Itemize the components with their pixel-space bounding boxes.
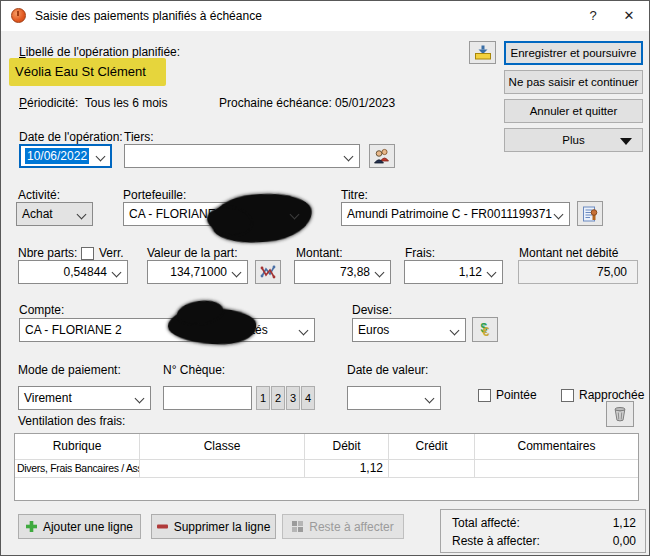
- verr-label[interactable]: Verr.: [99, 246, 124, 260]
- valeur-part-combobox[interactable]: 134,71000: [147, 260, 248, 284]
- mode-paiement-combobox[interactable]: Virement: [18, 386, 151, 410]
- portefeuille-label: Portefeuille:: [123, 188, 186, 202]
- table-cell-debit[interactable]: 1,12: [305, 460, 389, 477]
- table-row[interactable]: Divers, Frais Bancaires / Ass 1,12: [15, 460, 638, 478]
- mode-paiement-value: Virement: [24, 391, 72, 405]
- reste-affecter-label: Reste à affecter:: [452, 534, 540, 548]
- activite-value: Achat: [22, 207, 53, 221]
- periodicite-value: Tous les 6 mois: [85, 96, 168, 110]
- chevron-down-icon[interactable]: [344, 152, 354, 162]
- add-line-button[interactable]: Ajouter une ligne: [18, 514, 141, 539]
- devise-value: Euros: [358, 323, 389, 337]
- certificate-icon: [582, 206, 598, 222]
- remove-line-label: Supprimer la ligne: [174, 520, 271, 534]
- compte-value-left: CA - FLORIANE 2: [25, 323, 122, 337]
- table-header-cell[interactable]: Crédit: [389, 434, 475, 459]
- table-cell-credit[interactable]: [389, 460, 475, 477]
- chevron-down-icon[interactable]: [375, 268, 385, 278]
- price-history-button[interactable]: [255, 260, 281, 284]
- delete-ventilation-button[interactable]: [606, 401, 634, 427]
- frais-label: Frais:: [405, 246, 435, 260]
- chevron-down-icon[interactable]: [554, 210, 564, 220]
- table-header-cell[interactable]: Classe: [140, 434, 305, 459]
- echeance-label: Prochaine échéance: 05/01/2023: [219, 96, 395, 110]
- titre-label: Titre:: [341, 188, 368, 202]
- chevron-down-icon[interactable]: [112, 268, 122, 278]
- date-operation-combobox[interactable]: 10/06/2022: [19, 144, 112, 168]
- frais-value: 1,12: [459, 265, 482, 279]
- chevron-down-icon[interactable]: [487, 268, 497, 278]
- devise-combobox[interactable]: Euros: [352, 318, 466, 342]
- chevron-down-icon[interactable]: [450, 326, 460, 336]
- rapprochee-label[interactable]: Rapprochée: [579, 388, 644, 402]
- activite-combobox[interactable]: Achat: [16, 202, 93, 226]
- nbre-parts-combobox[interactable]: 0,54844: [18, 260, 128, 284]
- rapprochee-checkbox[interactable]: [561, 389, 574, 402]
- tiers-label: Tiers:: [124, 130, 154, 144]
- chevron-down-icon[interactable]: [425, 394, 435, 404]
- titre-combobox[interactable]: Amundi Patrimoine C - FR0011199371: [341, 202, 570, 226]
- help-button[interactable]: ?: [575, 1, 611, 31]
- montant-net-label: Montant net débité: [519, 246, 618, 260]
- minus-icon: [157, 524, 168, 529]
- chevron-down-icon[interactable]: [96, 152, 106, 162]
- app-clock-icon: [11, 8, 26, 23]
- cheque-digit-button-4[interactable]: 4: [301, 386, 315, 410]
- date-valeur-combobox[interactable]: [347, 386, 441, 410]
- devise-label: Devise:: [352, 303, 392, 317]
- pointee-checkbox[interactable]: [478, 389, 491, 402]
- compte-label: Compte:: [19, 303, 64, 317]
- add-line-label: Ajouter une ligne: [43, 520, 133, 534]
- totals-box: Total affecté: 1,12 Reste à affecter: 0,…: [440, 509, 646, 553]
- echeance-value: 05/01/2023: [335, 96, 395, 110]
- table-cell-commentaires[interactable]: [475, 460, 638, 477]
- rest-affecter-button-label: Reste à affecter: [309, 520, 394, 534]
- cheque-label: N° Chèque:: [163, 363, 225, 377]
- date-operation-value: 10/06/2022: [25, 148, 89, 164]
- save-continue-button[interactable]: Enregistrer et poursuivre: [504, 41, 643, 65]
- table-cell-classe[interactable]: [140, 460, 305, 477]
- cheque-digit-button-1[interactable]: 1: [256, 386, 270, 410]
- currency-icon: $€: [481, 321, 490, 339]
- titre-value: Amundi Patrimoine C - FR0011199371: [347, 207, 552, 221]
- chevron-down-icon[interactable]: [77, 210, 87, 220]
- titre-info-button[interactable]: [577, 201, 603, 226]
- frais-combobox[interactable]: 1,12: [404, 260, 503, 284]
- valeur-part-value: 134,71000: [170, 265, 227, 279]
- libelle-highlight: Véolia Eau St Clément: [9, 58, 166, 86]
- tiers-lookup-button[interactable]: [369, 144, 395, 168]
- compte-combobox[interactable]: CA - FLORIANE 2 - Liquidités: [19, 318, 315, 342]
- close-button[interactable]: ✕: [611, 1, 647, 31]
- verr-checkbox[interactable]: [81, 247, 94, 260]
- trash-icon: [612, 406, 628, 422]
- currency-button[interactable]: $€: [472, 317, 498, 342]
- chevron-down-icon[interactable]: [135, 394, 145, 404]
- table-header-row: Rubrique Classe Débit Crédit Commentaire…: [15, 434, 638, 460]
- table-cell-rubrique[interactable]: Divers, Frais Bancaires / Ass: [15, 460, 140, 477]
- remove-line-button[interactable]: Supprimer la ligne: [151, 514, 276, 539]
- inbox-arrow-icon: [474, 45, 492, 60]
- table-header-cell[interactable]: Commentaires: [475, 434, 638, 459]
- pointee-label[interactable]: Pointée: [496, 388, 537, 402]
- more-button[interactable]: Plus: [504, 128, 643, 152]
- montant-net-value: 75,00: [597, 265, 627, 279]
- chevron-down-icon[interactable]: [232, 268, 242, 278]
- cheque-digit-button-2[interactable]: 2: [271, 386, 285, 410]
- archive-button[interactable]: [469, 41, 496, 64]
- skip-continue-button[interactable]: Ne pas saisir et continuer: [504, 70, 643, 94]
- line-chart-icon: [260, 265, 276, 279]
- cheque-digit-button-3[interactable]: 3: [286, 386, 300, 410]
- frais-table[interactable]: Rubrique Classe Débit Crédit Commentaire…: [14, 433, 639, 501]
- table-header-cell[interactable]: Rubrique: [15, 434, 140, 459]
- nbre-parts-value: 0,54844: [64, 265, 107, 279]
- total-affecte-value: 1,12: [613, 516, 636, 530]
- tiers-combobox[interactable]: [124, 144, 360, 168]
- dialog-window: Saisie des paiements planifiés à échéanc…: [0, 0, 650, 556]
- cancel-quit-button[interactable]: Annuler et quitter: [504, 99, 643, 123]
- chevron-down-icon[interactable]: [299, 326, 309, 336]
- table-header-cell[interactable]: Débit: [305, 434, 389, 459]
- cheque-input[interactable]: [163, 386, 252, 410]
- libelle-value: Véolia Eau St Clément: [15, 64, 146, 79]
- dropdown-triangle-icon: [620, 138, 632, 145]
- montant-combobox[interactable]: 73,88: [294, 260, 391, 284]
